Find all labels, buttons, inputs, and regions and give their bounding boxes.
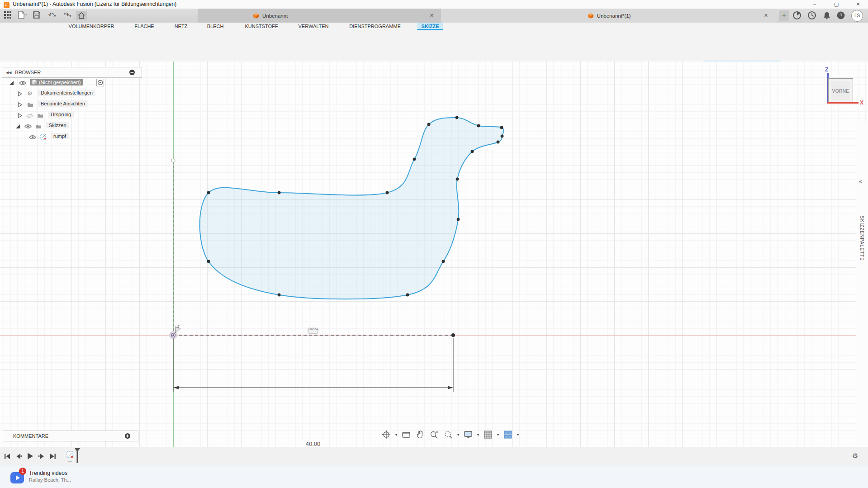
timeline-tick [68, 461, 72, 462]
expanded-icon[interactable] [15, 124, 20, 129]
eye-off-icon[interactable] [26, 113, 33, 118]
title-bar: F Unbenannt*(1) - Autodesk Fusion (Lizen… [0, 0, 868, 9]
line-endpoint[interactable] [451, 333, 455, 337]
maximize-button[interactable]: ▢ [826, 0, 846, 9]
look-at-icon[interactable] [401, 430, 411, 440]
document-icon [253, 13, 259, 19]
document-tab-unbenannt1-active[interactable]: Unbenannt*(1) ✕ [441, 9, 777, 23]
go-to-end-icon[interactable] [49, 453, 57, 460]
redo-icon[interactable]: ↷▾ [61, 11, 74, 20]
collapsed-icon[interactable] [18, 91, 22, 96]
dimension-value[interactable]: 40.00 [299, 441, 327, 447]
palette-strip: « SKIZZENPALETTE [856, 123, 868, 488]
display-settings-icon[interactable] [463, 430, 473, 440]
step-forward-icon[interactable] [38, 453, 45, 460]
zoom-icon[interactable]: ± [429, 430, 439, 440]
viewports-icon[interactable] [503, 430, 513, 440]
taskbar-widget[interactable]: 1 Trending videos Railay Beach, Th... [6, 469, 97, 486]
folder-icon [37, 113, 43, 118]
tab-netz[interactable]: NETZ [171, 23, 192, 30]
sketch-palette-tab[interactable]: SKIZZENPALETTE [859, 216, 864, 261]
viewcube-x-label: X [860, 99, 863, 106]
minimize-button[interactable]: – [805, 0, 825, 9]
save-icon[interactable] [33, 11, 43, 20]
document-node[interactable]: (Nicht gespeichert) [30, 79, 83, 85]
widget-title: Trending videos [29, 470, 67, 476]
go-to-start-icon[interactable] [4, 453, 11, 460]
fusion-app-icon: F [4, 1, 9, 8]
tree-label[interactable]: Benannte Ansichten [38, 100, 88, 107]
close-button[interactable]: ✕ [848, 0, 868, 9]
document-tab-label: Unbenannt [262, 13, 288, 19]
tab-dienstprogramme[interactable]: DIENSTPROGRAMME [345, 23, 405, 30]
timeline-gear-icon[interactable]: ⚙ [852, 452, 858, 460]
job-status-icon[interactable] [792, 11, 802, 20]
bell-icon[interactable] [822, 11, 831, 20]
document-tab-unbenannt[interactable]: Unbenannt ✕ [198, 9, 441, 23]
expand-palette-icon[interactable]: « [859, 178, 862, 185]
tab-flaeche[interactable]: FLÄCHE [130, 23, 158, 30]
fusion-window: F Unbenannt*(1) - Autodesk Fusion (Lizen… [0, 0, 868, 488]
close-tab-icon[interactable]: ✕ [764, 13, 768, 19]
close-tab-icon[interactable]: ✕ [430, 13, 434, 19]
tab-blech[interactable]: BLECH [203, 23, 228, 30]
activate-radio-icon[interactable] [96, 79, 104, 86]
expanded-icon[interactable] [9, 81, 14, 85]
fit-icon[interactable] [443, 430, 453, 440]
sketch-icon [40, 133, 47, 140]
viewcube-front-face[interactable]: VORNE [828, 78, 853, 104]
dimension-40[interactable] [173, 338, 453, 392]
collapsed-icon[interactable] [18, 113, 22, 118]
grid-settings-icon[interactable] [483, 430, 493, 440]
timeline-sketch-feature[interactable] [66, 451, 74, 459]
chevron-down-icon[interactable]: ▾ [395, 433, 397, 437]
new-tab-button[interactable]: + [779, 10, 789, 21]
avatar[interactable]: LS [851, 10, 863, 22]
orbit-icon[interactable] [381, 430, 391, 440]
folder-icon [35, 124, 42, 129]
step-back-icon[interactable] [15, 453, 22, 460]
chevron-down-icon[interactable]: ▾ [457, 433, 459, 437]
help-icon[interactable]: ? [836, 11, 845, 20]
mouse-cursor [175, 325, 180, 333]
window-title: Unbenannt*(1) - Autodesk Fusion (Lizenz … [13, 1, 176, 7]
badge: 1 [19, 468, 26, 475]
browser-title: BROWSER [15, 70, 41, 75]
tree-label[interactable]: Ursprung [48, 111, 74, 118]
play-icon[interactable] [26, 452, 34, 460]
sketch-canvas[interactable]: 40.00 ◀◀ BROWSER (Nicht gespeichert) [0, 62, 868, 447]
duck-spline[interactable] [200, 118, 504, 299]
viewcube-x-axis [827, 102, 859, 104]
driven-dimension-icon [308, 328, 318, 333]
chevron-down-icon[interactable]: ▾ [477, 433, 479, 437]
tab-volumenkoerper[interactable]: VOLUMENKÖRPER [65, 23, 119, 30]
tree-label[interactable]: Skizzen [46, 122, 69, 128]
construction-endpoint[interactable] [171, 159, 175, 162]
collapse-left-icon[interactable]: ◀◀ [6, 71, 11, 75]
svg-text:±: ± [436, 430, 438, 434]
data-panel-icon[interactable] [4, 11, 14, 20]
notification-center-icon[interactable] [807, 11, 816, 20]
file-menu-icon[interactable] [17, 11, 31, 20]
tree-label[interactable]: rumpf [51, 133, 69, 139]
eye-icon[interactable] [19, 81, 26, 85]
add-comment-icon[interactable] [124, 433, 131, 439]
tab-kunststoff[interactable]: KUNSTSTOFF [241, 23, 282, 30]
home-view-icon[interactable] [76, 11, 87, 20]
eye-icon[interactable] [24, 124, 32, 129]
tab-verwalten[interactable]: VERWALTEN [294, 23, 332, 30]
eye-icon[interactable] [29, 135, 36, 140]
collapsed-icon[interactable] [18, 102, 22, 107]
chevron-down-icon[interactable]: ▾ [517, 433, 519, 437]
tab-skizze[interactable]: SKIZZE [417, 23, 443, 30]
timeline-marker[interactable] [74, 448, 81, 463]
chevron-down-icon[interactable]: ▾ [497, 433, 499, 437]
tree-label[interactable]: Dokumenteinstellungen [38, 90, 95, 96]
remove-icon[interactable] [129, 69, 135, 76]
comments-header[interactable]: KOMMENTARE [3, 431, 138, 441]
widget-subtitle: Railay Beach, Th... [29, 477, 71, 483]
ribbon-tab-row: VOLUMENKÖRPER FLÄCHE NETZ BLECH KUNSTSTO… [0, 23, 868, 30]
browser-header[interactable]: ◀◀ BROWSER [2, 67, 142, 78]
pan-icon[interactable] [415, 430, 425, 440]
undo-icon[interactable]: ↶▾ [45, 11, 59, 20]
